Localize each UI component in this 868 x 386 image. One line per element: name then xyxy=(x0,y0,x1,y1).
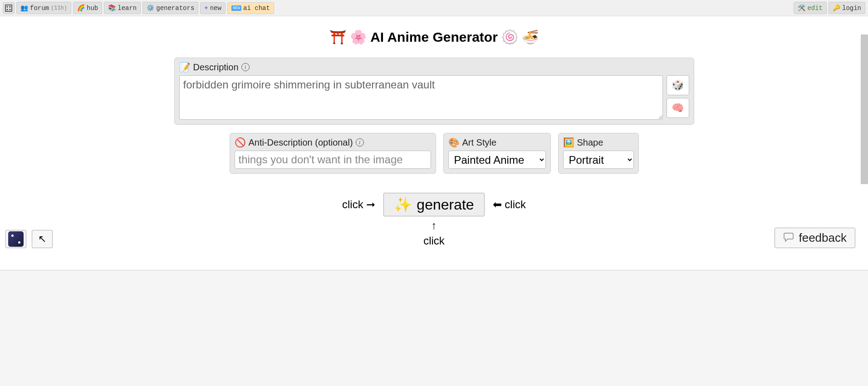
click-up-arrow: ↑ xyxy=(174,219,694,232)
art-style-label-row: 🎨 Art Style xyxy=(448,137,546,148)
rainbow-icon: 🌈 xyxy=(77,4,85,12)
topbar: 👥 forum (11h) 🌈 hub 📚 learn ⚙️ generator… xyxy=(0,0,868,16)
anti-label: Anti-Description (optional) xyxy=(249,137,353,148)
hub-button[interactable]: 🌈 hub xyxy=(73,2,102,14)
title-text: AI Anime Generator xyxy=(370,29,498,45)
dice-button[interactable]: 🎲 xyxy=(667,75,689,95)
description-side-buttons: 🎲 🧠 xyxy=(667,75,689,118)
new-badge-icon: NEW xyxy=(231,5,241,11)
svg-point-4 xyxy=(7,9,8,10)
brain-icon: 🧠 xyxy=(672,102,684,114)
wrench-icon: 🛠️ xyxy=(798,4,805,12)
pencil-icon: 📝 xyxy=(179,62,191,73)
generators-button[interactable]: ⚙️ generators xyxy=(142,2,198,14)
speech-icon xyxy=(783,231,794,245)
anti-description-panel: 🚫 Anti-Description (optional) i xyxy=(230,133,436,174)
forum-button[interactable]: 👥 forum (11h) xyxy=(16,2,71,14)
topbar-right: 🛠️ edit 🔑 login xyxy=(794,2,865,14)
new-button[interactable]: + new xyxy=(200,2,226,14)
art-style-select[interactable]: Painted Anime xyxy=(448,151,546,169)
scrollbar-thumb[interactable] xyxy=(861,34,868,184)
options-row: 🚫 Anti-Description (optional) i 🎨 Art St… xyxy=(174,133,694,174)
page-title: ⛩️ 🌸 AI Anime Generator 🍥 🍜 xyxy=(0,29,868,45)
svg-rect-0 xyxy=(5,5,12,11)
svg-point-3 xyxy=(10,6,11,7)
info-icon[interactable]: i xyxy=(356,138,364,147)
menu-dice-icon[interactable] xyxy=(3,2,15,14)
feedback-label: feedback xyxy=(799,231,847,245)
feedback-button[interactable]: feedback xyxy=(775,228,855,248)
click-below-hint: click xyxy=(174,235,694,247)
plus-icon: + xyxy=(204,5,208,12)
palette-icon: 🎨 xyxy=(448,137,460,148)
dice-square-icon xyxy=(8,231,24,247)
dice-icon: 🎲 xyxy=(672,79,684,91)
new-label: new xyxy=(210,5,221,12)
svg-point-1 xyxy=(7,6,8,7)
arrow-upleft-icon: ↖ xyxy=(38,233,46,245)
art-style-panel: 🎨 Art Style Painted Anime xyxy=(443,133,551,174)
sparkles-icon: ✨ xyxy=(394,196,412,213)
login-label: login xyxy=(842,5,861,12)
books-icon: 📚 xyxy=(108,4,116,12)
topbar-left: 👥 forum (11h) 🌈 hub 📚 learn ⚙️ generator… xyxy=(3,2,274,14)
edit-label: edit xyxy=(807,5,823,12)
content-area: ⛩️ 🌸 AI Anime Generator 🍥 🍜 📝 Descriptio… xyxy=(0,16,868,270)
key-icon: 🔑 xyxy=(833,4,840,12)
anti-label-row: 🚫 Anti-Description (optional) i xyxy=(235,137,431,148)
description-panel: 📝 Description i 🎲 🧠 xyxy=(174,58,694,125)
info-icon[interactable]: i xyxy=(241,63,250,71)
hub-label: hub xyxy=(87,5,98,12)
forum-time: (11h) xyxy=(51,5,67,11)
description-label-row: 📝 Description i xyxy=(179,62,689,73)
people-icon: 👥 xyxy=(20,4,28,12)
bottom-blank-area xyxy=(0,270,868,386)
title-right-emoji: 🍥 🍜 xyxy=(501,29,539,45)
bottom-right-controls: feedback xyxy=(775,228,855,248)
gears-icon: ⚙️ xyxy=(147,4,154,12)
shape-select[interactable]: Portrait xyxy=(563,151,634,169)
description-label: Description xyxy=(193,62,239,73)
generators-label: generators xyxy=(156,5,194,12)
prohibit-icon: 🚫 xyxy=(235,137,246,148)
description-input[interactable] xyxy=(179,75,663,120)
anti-description-input[interactable] xyxy=(235,151,431,169)
aichat-label: ai chat xyxy=(243,5,270,12)
art-style-label: Art Style xyxy=(462,137,497,148)
shape-label: Shape xyxy=(577,137,603,148)
aichat-button[interactable]: NEW ai chat xyxy=(227,2,274,14)
generate-label: generate xyxy=(417,196,474,213)
brain-button[interactable]: 🧠 xyxy=(667,98,689,118)
picture-icon: 🖼️ xyxy=(563,137,574,148)
form-area: 📝 Description i 🎲 🧠 🚫 xyxy=(174,58,694,247)
generate-row: click ➞ ✨ generate ⬅ click xyxy=(174,193,694,216)
svg-point-2 xyxy=(10,9,11,10)
title-left-emoji: ⛩️ 🌸 xyxy=(329,29,367,45)
click-right-hint: ⬅ click xyxy=(493,198,526,211)
learn-button[interactable]: 📚 learn xyxy=(104,2,141,14)
forum-label: forum xyxy=(30,5,49,12)
edit-button[interactable]: 🛠️ edit xyxy=(794,2,827,14)
click-left-hint: click ➞ xyxy=(342,198,375,211)
login-button[interactable]: 🔑 login xyxy=(829,2,865,14)
shape-label-row: 🖼️ Shape xyxy=(563,137,634,148)
description-row: 🎲 🧠 xyxy=(179,75,689,120)
bottom-left-controls: ↖ xyxy=(5,230,53,248)
generate-button[interactable]: ✨ generate xyxy=(383,193,484,216)
shape-panel: 🖼️ Shape Portrait xyxy=(558,133,639,174)
gallery-dice-button[interactable] xyxy=(5,230,26,248)
collapse-arrow-button[interactable]: ↖ xyxy=(32,230,53,248)
learn-label: learn xyxy=(118,5,137,12)
